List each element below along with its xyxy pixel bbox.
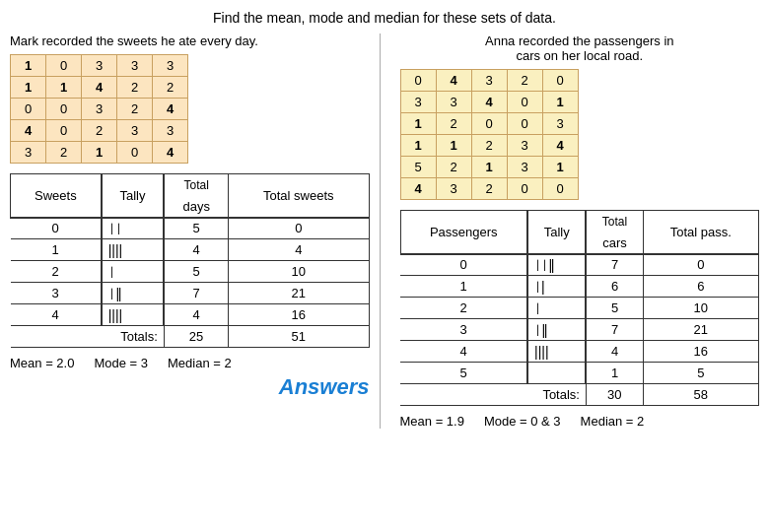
grid-cell: 3 [542, 113, 578, 135]
tally-header-tally-r: Tally [527, 211, 586, 254]
answers-label: Answers [10, 374, 370, 400]
grid-cell: 1 [400, 135, 436, 157]
grid-cell: 0 [507, 113, 542, 135]
right-mode: Mode = 0 & 3 [484, 414, 561, 429]
grid-cell: 3 [117, 120, 153, 142]
grid-cell: 3 [436, 178, 471, 200]
right-total-cars: 30 [586, 384, 643, 406]
grid-cell: 2 [471, 178, 507, 200]
left-data-grid: 1033311422003244023332104 [10, 54, 188, 164]
tally-header-days: days [164, 196, 228, 218]
grid-cell: 3 [436, 92, 471, 113]
grid-cell: 4 [82, 77, 117, 99]
page-title: Find the mean, mode and median for these… [10, 10, 759, 26]
grid-cell: 3 [11, 142, 46, 164]
left-median: Median = 2 [168, 356, 232, 370]
tally-header-total-pass: Total pass. [643, 211, 758, 254]
left-total-days: 25 [164, 326, 228, 348]
grid-cell: 3 [153, 55, 188, 77]
grid-cell: 2 [471, 135, 507, 157]
tally-header-total-cars-label: Total [586, 211, 643, 233]
grid-cell: 2 [436, 113, 471, 135]
grid-cell: 1 [542, 157, 578, 178]
left-mean: Mean = 2.0 [10, 356, 74, 370]
grid-cell: 0 [507, 178, 542, 200]
grid-cell: 3 [82, 55, 117, 77]
grid-cell: 3 [82, 99, 117, 120]
right-section-title: Anna recorded the passengers in cars on … [400, 33, 760, 63]
tally-header-passengers: Passengers [400, 211, 527, 254]
tally-row: 4 |||| 4 16 [11, 304, 370, 326]
grid-cell: 3 [471, 70, 507, 92]
grid-cell: 1 [46, 77, 82, 99]
right-totals-label: Totals: [400, 384, 586, 406]
grid-cell: 1 [436, 135, 471, 157]
grid-cell: 0 [542, 178, 578, 200]
right-tally-table: Passengers Tally Total Total pass. cars … [400, 210, 760, 406]
left-tally-table: Sweets Tally Total Total sweets days 0 𝍷… [10, 173, 370, 348]
grid-cell: 4 [11, 120, 46, 142]
tally-row: 1 𝍷| 6 6 [400, 276, 759, 298]
grid-cell: 0 [11, 99, 46, 120]
grid-cell: 4 [542, 135, 578, 157]
tally-row: 2 𝍷 5 10 [11, 261, 370, 283]
tally-row: 3 𝍷‖ 7 21 [11, 283, 370, 304]
grid-cell: 4 [436, 70, 471, 92]
grid-cell: 1 [11, 55, 46, 77]
grid-cell: 1 [471, 157, 507, 178]
left-stats: Mean = 2.0 Mode = 3 Median = 2 [10, 356, 370, 370]
grid-cell: 0 [471, 113, 507, 135]
left-mode: Mode = 3 [94, 356, 148, 370]
tally-row: 5 1 5 [400, 363, 759, 384]
grid-cell: 2 [153, 77, 188, 99]
tally-header-tally: Tally [102, 174, 165, 218]
grid-cell: 3 [153, 120, 188, 142]
right-stats: Mean = 1.9 Mode = 0 & 3 Median = 2 [400, 414, 760, 429]
grid-cell: 0 [46, 55, 82, 77]
grid-cell: 4 [153, 99, 188, 120]
left-section-title: Mark recorded the sweets he ate every da… [10, 33, 370, 48]
tally-row: 2 𝍷 5 10 [400, 298, 759, 319]
grid-cell: 3 [507, 135, 542, 157]
tally-row: 0 𝍷𝍷‖ 7 0 [400, 254, 759, 276]
grid-cell: 1 [400, 113, 436, 135]
grid-cell: 3 [117, 55, 153, 77]
grid-cell: 1 [82, 142, 117, 164]
tally-row: 0 𝍷𝍷 5 0 [11, 218, 370, 239]
grid-cell: 4 [153, 142, 188, 164]
grid-cell: 3 [507, 157, 542, 178]
grid-cell: 4 [471, 92, 507, 113]
tally-header-total-sweets: Total sweets [229, 174, 369, 218]
right-total-pass: 58 [643, 384, 758, 406]
tally-header-sweets: Sweets [11, 174, 102, 218]
right-data-grid: 043203340112003112345213143200 [400, 69, 579, 200]
grid-cell: 0 [46, 120, 82, 142]
right-mean: Mean = 1.9 [400, 414, 464, 429]
grid-cell: 5 [400, 157, 436, 178]
grid-cell: 4 [400, 178, 436, 200]
grid-cell: 1 [11, 77, 46, 99]
tally-row: 1 |||| 4 4 [11, 239, 370, 261]
grid-cell: 0 [400, 70, 436, 92]
grid-cell: 0 [507, 92, 542, 113]
grid-cell: 2 [82, 120, 117, 142]
grid-cell: 1 [542, 92, 578, 113]
grid-cell: 2 [507, 70, 542, 92]
grid-cell: 2 [46, 142, 82, 164]
grid-cell: 0 [542, 70, 578, 92]
tally-row: 3 𝍷‖ 7 21 [400, 319, 759, 341]
right-median: Median = 2 [581, 414, 645, 429]
grid-cell: 0 [46, 99, 82, 120]
grid-cell: 2 [117, 77, 153, 99]
grid-cell: 0 [117, 142, 153, 164]
tally-header-total-label: Total [164, 174, 228, 196]
grid-cell: 2 [436, 157, 471, 178]
grid-cell: 3 [400, 92, 436, 113]
tally-header-cars: cars [586, 233, 643, 254]
left-total-sweets: 51 [229, 326, 369, 348]
tally-row: 4 |||| 4 16 [400, 341, 759, 363]
grid-cell: 2 [117, 99, 153, 120]
left-totals-label: Totals: [11, 326, 165, 348]
